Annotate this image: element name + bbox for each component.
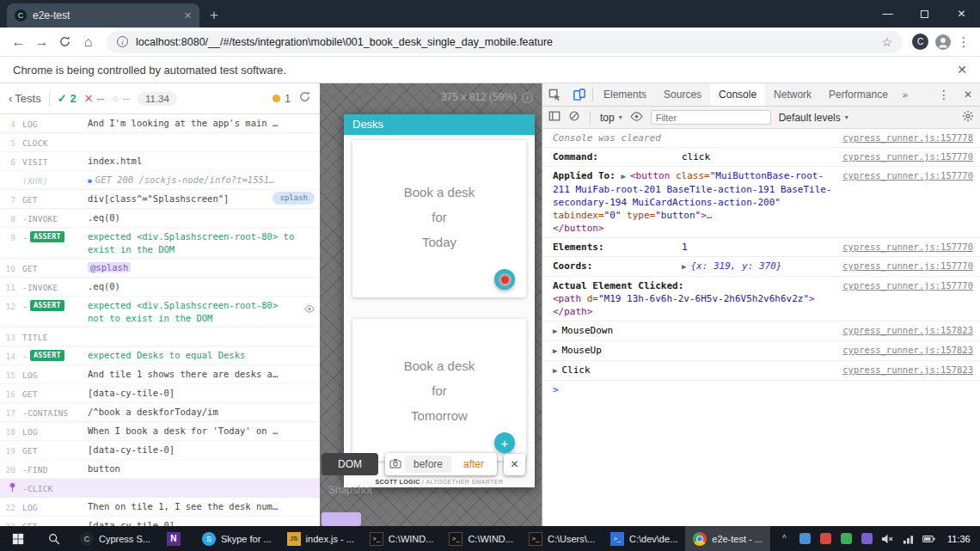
snapshot-close-button[interactable]: ✕: [504, 454, 525, 475]
command-row[interactable]: 11-INVOKE.eq(0): [0, 278, 320, 297]
expand-arrow-icon[interactable]: ▶: [553, 346, 557, 355]
command-row[interactable]: 22LOGThen on tile 1, I see the desk num…: [0, 498, 320, 517]
taskbar-item-cmd-2[interactable]: >_C:\WIND...: [441, 526, 521, 551]
tab-console[interactable]: Console: [710, 83, 765, 106]
expand-arrow-icon[interactable]: ▶: [682, 262, 686, 271]
command-row[interactable]: 23GET[data-cy-tile-0]: [0, 517, 320, 526]
tray-app-icon-red[interactable]: [819, 532, 832, 545]
taskbar-item-cypress[interactable]: CCypress S...: [72, 526, 158, 551]
hidden-icons-chevron[interactable]: ^: [778, 532, 791, 545]
live-expression-eye-button[interactable]: [630, 112, 643, 124]
command-row[interactable]: 18LOGWhen I book a desk for 'Today' on …: [0, 422, 320, 441]
command-row[interactable]: 5CLOCK: [0, 133, 320, 152]
tab-elements[interactable]: Elements: [595, 83, 655, 106]
source-link[interactable]: cypress_runner.js:157823: [842, 364, 973, 377]
source-link[interactable]: cypress_runner.js:157770: [842, 150, 973, 163]
command-row[interactable]: 10GET@splash: [0, 259, 320, 278]
source-link[interactable]: cypress_runner.js:157778: [842, 132, 973, 144]
context-selector[interactable]: top▾: [600, 112, 622, 124]
source-link[interactable]: cypress_runner.js:157770: [842, 260, 973, 272]
command-row[interactable]: 20-FINDbutton: [0, 460, 320, 479]
source-link[interactable]: cypress_runner.js:157770: [842, 279, 973, 292]
more-tabs-button[interactable]: »: [897, 89, 914, 100]
network-icon[interactable]: [902, 532, 915, 545]
taskbar-item-editor[interactable]: JSindex.js - ...: [279, 526, 362, 551]
expand-arrow-icon[interactable]: ▶: [621, 172, 625, 181]
window-restore-button[interactable]: [906, 0, 943, 28]
tab-network[interactable]: Network: [765, 83, 820, 106]
taskbar-search-button[interactable]: [36, 526, 72, 551]
taskbar-item-cmd-3[interactable]: >_C:\Users\...: [521, 526, 603, 551]
taskbar-clock[interactable]: 11:36: [943, 534, 975, 544]
new-tab-button[interactable]: +: [210, 7, 218, 24]
source-link[interactable]: cypress_runner.js:157823: [842, 344, 973, 357]
xhr-row[interactable]: (XHR)●GET 200 /sockjs-node/info?t=1551…: [0, 171, 320, 190]
click-row-pinned[interactable]: -CLICK: [0, 479, 320, 498]
command-row[interactable]: 4LOGAnd I'm looking at the app's main …: [0, 114, 320, 133]
dom-snapshot-button[interactable]: DOM: [322, 453, 378, 475]
pinned-indicator[interactable]: 1: [273, 93, 291, 105]
back-to-tests-link[interactable]: ‹ Tests: [9, 92, 41, 105]
start-button[interactable]: [0, 526, 36, 551]
restart-tests-button[interactable]: [298, 90, 311, 107]
back-button[interactable]: ←: [7, 30, 30, 53]
url-text[interactable]: localhost:8080/__/#/tests/integration\mo…: [136, 36, 873, 48]
tray-app-icon-blue[interactable]: [799, 532, 812, 545]
taskbar-item-notepad[interactable]: N: [158, 526, 194, 551]
devtools-close-icon[interactable]: ✕: [956, 83, 980, 106]
source-link[interactable]: cypress_runner.js:157823: [842, 324, 973, 337]
reload-button[interactable]: [53, 30, 77, 53]
bookmark-star-icon[interactable]: ☆: [881, 35, 892, 49]
home-button[interactable]: ⌂: [77, 30, 100, 53]
speaker-muted-icon[interactable]: [881, 532, 894, 545]
taskbar-item-powershell[interactable]: >_C:\dev\de...: [603, 526, 685, 551]
page-info-icon[interactable]: i: [117, 36, 128, 47]
command-row[interactable]: 19GET[data-cy-tile-0]: [0, 441, 320, 460]
command-row[interactable]: 16GET[data-cy-tile-0]: [0, 384, 320, 403]
extension-icon[interactable]: C: [912, 34, 928, 50]
console-sidebar-toggle[interactable]: [548, 110, 560, 125]
device-toolbar-button[interactable]: [567, 83, 591, 106]
console-prompt[interactable]: >: [542, 381, 980, 399]
tray-app-icon-green[interactable]: [840, 532, 853, 545]
taskbar-item-cmd-1[interactable]: >_C:\WIND...: [362, 526, 442, 551]
source-link[interactable]: cypress_runner.js:157770: [842, 241, 973, 254]
source-link[interactable]: cypress_runner.js:157770: [842, 169, 973, 182]
expand-arrow-icon[interactable]: ▶: [553, 327, 557, 335]
browser-menu-icon[interactable]: ⋮: [954, 34, 973, 50]
assert-row[interactable]: 9-ASSERTexpected <div.Splashscreen-root-…: [0, 228, 320, 259]
expand-arrow-icon[interactable]: ▶: [553, 366, 557, 375]
command-row[interactable]: 8-INVOKE.eq(0): [0, 209, 320, 228]
snapshot-before-button[interactable]: before: [405, 456, 451, 473]
log-levels-selector[interactable]: Default levels▾: [779, 112, 848, 124]
command-row[interactable]: 15LOGAnd tile 1 shows there are desks a…: [0, 365, 320, 384]
window-close-button[interactable]: ✕: [943, 0, 980, 28]
assert-row[interactable]: 12-ASSERTexpected <div.Splashscreen-root…: [0, 297, 320, 328]
command-row[interactable]: 13TITLE: [0, 328, 320, 346]
omnibox[interactable]: i localhost:8080/__/#/tests/integration\…: [107, 31, 903, 53]
clear-console-button[interactable]: [568, 110, 580, 125]
console-settings-gear-icon[interactable]: [962, 110, 974, 125]
inspect-element-button[interactable]: [542, 83, 567, 106]
forward-button[interactable]: →: [30, 30, 53, 53]
tray-app-icon-purple[interactable]: [861, 532, 873, 545]
snapshot-camera-icon[interactable]: [389, 456, 401, 472]
snapshot-after-button[interactable]: after: [455, 456, 493, 473]
devtools-menu-icon[interactable]: ⋮: [932, 83, 956, 106]
command-row[interactable]: 6VISITindex.html: [0, 152, 320, 171]
window-minimize-button[interactable]: —: [869, 0, 906, 28]
taskbar-item-chrome-e2e[interactable]: e2e-test - ...: [685, 526, 770, 551]
battery-icon[interactable]: [922, 532, 935, 545]
tab-close-icon[interactable]: ✕: [184, 10, 192, 21]
notice-close-icon[interactable]: ✕: [957, 63, 967, 77]
profile-avatar[interactable]: [931, 30, 954, 53]
browser-tab[interactable]: C e2e-test ✕: [7, 3, 199, 28]
command-row[interactable]: 17-CONTAINS/^book a deskforToday/im: [0, 403, 320, 422]
tab-sources[interactable]: Sources: [655, 83, 710, 106]
command-row[interactable]: 7GETdiv[class^="Splashscreen"]splash: [0, 190, 320, 209]
assert-row[interactable]: 14-ASSERTexpected Desks to equal Desks: [0, 346, 320, 365]
tab-performance[interactable]: Performance: [820, 83, 897, 106]
taskbar-item-skype[interactable]: SSkype for ...: [194, 526, 279, 551]
console-filter-input[interactable]: [651, 110, 771, 125]
viewport-info-icon[interactable]: i: [522, 92, 533, 103]
